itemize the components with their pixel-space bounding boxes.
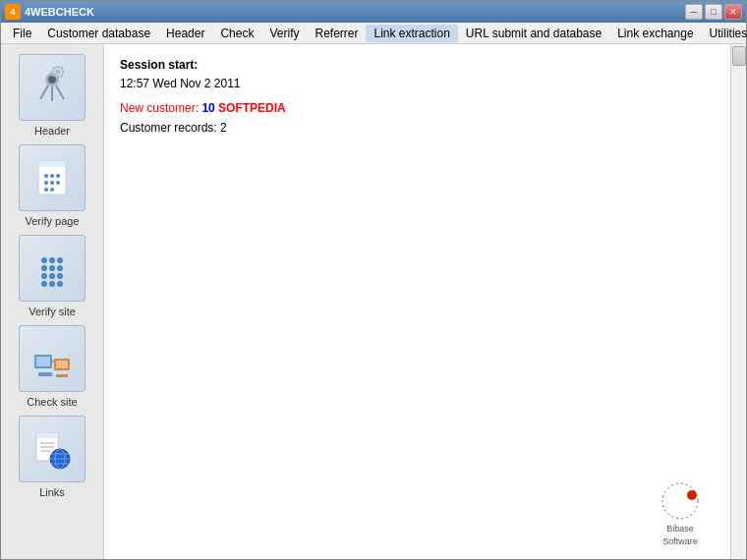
menu-customer-database[interactable]: Customer database (39, 25, 158, 42)
menu-referrer[interactable]: Referrer (307, 25, 366, 42)
minimize-button[interactable]: ─ (685, 4, 703, 20)
app-title: 4WEBCHECK (25, 6, 94, 18)
svg-point-32 (49, 273, 55, 279)
scrollbar-thumb[interactable] (732, 46, 746, 66)
svg-line-12 (62, 76, 64, 78)
svg-point-24 (50, 188, 54, 192)
svg-point-34 (41, 281, 47, 287)
menu-url-submit[interactable]: URL submit and database (458, 25, 609, 42)
verify-site-icon (30, 247, 74, 290)
bibase-text-line1: Bibase (666, 524, 694, 534)
sidebar-item-verify-page[interactable]: Verify page (8, 144, 96, 227)
session-start-label: Session start: (120, 58, 198, 72)
svg-line-2 (40, 85, 48, 99)
sidebar-item-verify-site[interactable]: Verify site (8, 235, 96, 317)
window-controls: ─ □ ✕ (685, 4, 742, 20)
svg-point-25 (41, 257, 47, 263)
sidebar-item-links[interactable]: Links (8, 416, 96, 498)
svg-point-28 (41, 265, 47, 271)
title-bar-left: 4 4WEBCHECK (5, 4, 94, 20)
svg-point-27 (57, 257, 63, 263)
svg-point-23 (44, 188, 48, 192)
verify-site-icon-box (19, 235, 86, 302)
content-pane: Session start: 12:57 Wed Nov 2 2011 New … (104, 44, 730, 559)
svg-rect-16 (38, 161, 66, 167)
svg-point-22 (56, 181, 60, 185)
svg-rect-45 (36, 433, 58, 438)
session-start-line: Session start: (120, 56, 715, 75)
check-site-icon (30, 337, 74, 380)
check-site-label: Check site (27, 396, 77, 408)
new-customer-line: New customer: 10 SOFTPEDIA (120, 99, 715, 118)
customer-records-value: 2 (220, 121, 227, 135)
links-icon (30, 427, 74, 471)
svg-rect-41 (56, 361, 68, 368)
svg-point-6 (56, 70, 61, 75)
app-icon: 4 (5, 4, 21, 20)
svg-line-13 (62, 67, 64, 69)
close-button[interactable]: ✕ (724, 4, 742, 20)
svg-line-14 (53, 76, 55, 78)
menu-bar: File Customer database Header Check Veri… (1, 23, 746, 44)
svg-point-21 (50, 181, 54, 185)
menu-check[interactable]: Check (212, 25, 261, 42)
svg-point-54 (662, 483, 698, 519)
customer-name: SOFTPEDIA (218, 101, 286, 115)
header-icon-box (19, 54, 86, 121)
maximize-button[interactable]: □ (705, 4, 722, 20)
links-icon-box (19, 416, 86, 482)
svg-point-20 (44, 181, 48, 185)
verify-page-icon (30, 156, 74, 199)
verify-site-label: Verify site (29, 306, 76, 317)
svg-point-17 (44, 174, 48, 178)
customer-records-label: Customer records: (120, 121, 217, 135)
new-customer-label: New customer: (120, 101, 199, 115)
svg-point-33 (57, 273, 63, 279)
header-label: Header (34, 125, 70, 137)
main-window: 4 4WEBCHECK ─ □ ✕ File Customer database… (0, 0, 747, 560)
svg-point-19 (56, 174, 60, 178)
menu-header[interactable]: Header (158, 25, 212, 42)
verify-page-label: Verify page (25, 215, 79, 227)
session-info: Session start: 12:57 Wed Nov 2 2011 New … (120, 56, 715, 138)
bibase-logo-icon (660, 480, 701, 522)
svg-point-18 (50, 174, 54, 178)
customer-id: 10 (201, 101, 214, 115)
svg-point-1 (48, 76, 56, 84)
menu-utilities[interactable]: Utilities (702, 25, 747, 42)
bibase-text-line2: Software (662, 536, 698, 547)
svg-point-29 (49, 265, 55, 271)
sidebar-item-header[interactable]: Header (8, 54, 96, 137)
svg-rect-42 (56, 374, 68, 377)
session-time: 12:57 Wed Nov 2 2011 (120, 75, 715, 93)
menu-file[interactable]: File (5, 25, 39, 42)
title-bar: 4 4WEBCHECK ─ □ ✕ (1, 1, 746, 23)
svg-rect-39 (38, 372, 52, 376)
svg-point-55 (687, 490, 697, 500)
svg-point-31 (41, 273, 47, 279)
links-label: Links (39, 486, 65, 498)
sidebar: Header (1, 44, 104, 559)
svg-point-36 (57, 281, 63, 287)
sidebar-item-check-site[interactable]: Check site (8, 325, 96, 408)
header-icon (30, 66, 74, 109)
svg-rect-38 (36, 357, 50, 366)
scrollbar[interactable] (730, 44, 746, 559)
svg-line-11 (53, 67, 55, 69)
svg-line-3 (56, 85, 64, 99)
bibase-logo: Bibase Software (660, 480, 701, 547)
svg-point-26 (49, 257, 55, 263)
main-area: Header (1, 44, 746, 559)
svg-point-30 (57, 265, 63, 271)
svg-point-35 (49, 281, 55, 287)
verify-page-icon-box (19, 144, 86, 211)
check-site-icon-box (19, 325, 86, 392)
customer-records-line: Customer records: 2 (120, 119, 715, 138)
menu-link-exchange[interactable]: Link exchange (609, 25, 701, 42)
menu-verify[interactable]: Verify (261, 25, 307, 42)
menu-link-extraction[interactable]: Link extraction (366, 25, 457, 42)
